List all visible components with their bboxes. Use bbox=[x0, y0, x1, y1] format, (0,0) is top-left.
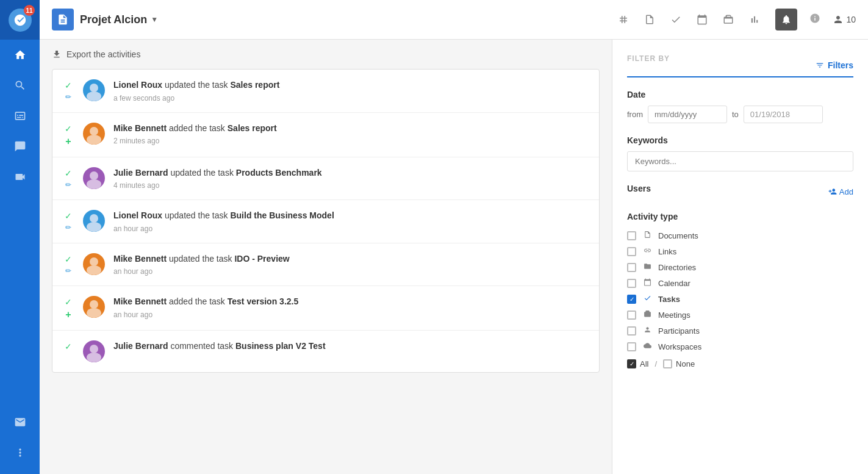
none-label: None bbox=[676, 359, 695, 368]
check-activity-icon: ✓ bbox=[65, 297, 72, 307]
action-text: updated the task bbox=[170, 168, 235, 178]
chart-icon[interactable] bbox=[749, 14, 760, 25]
table-row: ✓ ✏ Julie Bernard upda bbox=[52, 157, 599, 201]
user-name: Julie Bernard bbox=[113, 341, 168, 351]
sidebar-item-contacts[interactable] bbox=[0, 101, 40, 131]
project-chevron-icon: ▼ bbox=[151, 15, 158, 24]
all-checkbox[interactable]: ✓ bbox=[627, 359, 636, 368]
check-activity-icon: ✓ bbox=[65, 124, 72, 134]
sidebar-item-mail[interactable] bbox=[0, 407, 40, 437]
add-label: Add bbox=[839, 187, 853, 196]
check-activity-icon: ✓ bbox=[65, 342, 72, 351]
activity-list: ✓ ✏ Lionel Roux update bbox=[52, 69, 600, 373]
activity-content: Julie Bernard updated the task Products … bbox=[113, 167, 589, 190]
info-icon[interactable] bbox=[809, 13, 820, 27]
activity-text: Mike Bennett updated the task IDO - Prev… bbox=[113, 253, 589, 265]
none-checkbox[interactable] bbox=[663, 359, 672, 368]
tasks-checkbox[interactable]: ✓ bbox=[627, 295, 636, 304]
sidebar: 11 bbox=[0, 0, 40, 474]
table-row: ✓ + Mike Bennett added bbox=[52, 113, 599, 157]
activity-list-container[interactable]: ✓ ✏ Lionel Roux update bbox=[40, 69, 612, 474]
content-area: Export the activities ✓ ✏ bbox=[40, 40, 868, 474]
activity-text: Mike Bennett added the task Sales report bbox=[113, 123, 589, 135]
hash-icon[interactable] bbox=[618, 14, 629, 25]
activity-content: Mike Bennett added the task Test version… bbox=[113, 296, 589, 319]
users-row: Users Add bbox=[627, 184, 853, 199]
sidebar-item-more[interactable] bbox=[0, 437, 40, 468]
workspaces-checkbox[interactable] bbox=[627, 342, 636, 351]
export-label[interactable]: Export the activities bbox=[66, 49, 140, 59]
activity-text: Lionel Roux updated the task Sales repor… bbox=[113, 79, 589, 92]
activity-header: Export the activities bbox=[40, 40, 612, 69]
to-label: to bbox=[732, 110, 739, 119]
activity-icons: ✓ ✏ bbox=[62, 210, 74, 232]
check-icon[interactable] bbox=[670, 14, 681, 25]
sidebar-item-home[interactable] bbox=[0, 40, 40, 70]
task-name: Test version 3.2.5 bbox=[228, 296, 298, 306]
topbar: Projet Alcion ▼ bbox=[40, 0, 868, 40]
avatar bbox=[83, 123, 105, 145]
svg-point-3 bbox=[87, 135, 101, 145]
all-label: All bbox=[640, 359, 648, 368]
filters-button[interactable]: Filters bbox=[816, 60, 853, 70]
date-from-input[interactable] bbox=[648, 106, 727, 123]
user-name: Julie Bernard bbox=[113, 168, 168, 178]
user-count[interactable]: 10 bbox=[833, 14, 856, 25]
briefcase-icon[interactable] bbox=[723, 14, 734, 25]
workspaces-label: Workspaces bbox=[658, 342, 701, 351]
bell-icon[interactable] bbox=[775, 9, 797, 31]
links-checkbox[interactable] bbox=[627, 247, 636, 256]
link-type-icon bbox=[642, 246, 652, 256]
export-icon bbox=[52, 49, 62, 59]
activity-text: Julie Bernard commented task Business pl… bbox=[113, 340, 589, 353]
add-user-button[interactable]: Add bbox=[828, 187, 853, 196]
directories-checkbox[interactable] bbox=[627, 263, 636, 272]
activity-time: an hour ago bbox=[113, 224, 589, 233]
list-item: ✓ Tasks bbox=[627, 291, 853, 307]
activity-text: Lionel Roux updated the task Build the B… bbox=[113, 210, 589, 222]
meetings-label: Meetings bbox=[658, 311, 690, 320]
meetings-checkbox[interactable] bbox=[627, 311, 636, 320]
svg-point-11 bbox=[87, 308, 101, 318]
list-item: Links bbox=[627, 243, 853, 259]
date-label: Date bbox=[627, 90, 853, 99]
avatar bbox=[83, 79, 105, 101]
app-logo[interactable]: 11 bbox=[0, 0, 40, 40]
add-activity-icon: + bbox=[65, 136, 71, 147]
activity-icons: ✓ ✏ bbox=[62, 253, 74, 275]
activity-icons: ✓ ✏ bbox=[62, 167, 74, 189]
calendar-type-icon bbox=[642, 278, 652, 288]
edit-activity-icon: ✏ bbox=[65, 267, 71, 275]
check-activity-icon: ✓ bbox=[65, 254, 72, 264]
project-title[interactable]: Projet Alcion ▼ bbox=[80, 13, 158, 26]
documents-label: Documents bbox=[658, 231, 698, 240]
avatar bbox=[83, 296, 105, 318]
documents-checkbox[interactable] bbox=[627, 231, 636, 240]
user-name: Lionel Roux bbox=[113, 80, 162, 90]
from-label: from bbox=[627, 110, 643, 119]
avatar bbox=[83, 253, 105, 275]
keywords-input[interactable] bbox=[627, 151, 853, 171]
document-icon[interactable] bbox=[644, 14, 655, 25]
date-to-input[interactable] bbox=[744, 106, 823, 123]
participants-checkbox[interactable] bbox=[627, 326, 636, 336]
svg-point-7 bbox=[87, 222, 101, 232]
calendar-icon[interactable] bbox=[697, 14, 708, 25]
svg-point-1 bbox=[87, 92, 101, 101]
sidebar-item-chat[interactable] bbox=[0, 131, 40, 162]
sidebar-item-video[interactable] bbox=[0, 162, 40, 192]
table-row: ✓ + Mike Bennett added bbox=[52, 286, 599, 331]
table-row: ✓ ✏ Lionel Roux update bbox=[52, 70, 599, 113]
directories-label: Directories bbox=[658, 263, 696, 272]
main-area: Projet Alcion ▼ bbox=[40, 0, 868, 474]
activity-content: Mike Bennett updated the task IDO - Prev… bbox=[113, 253, 589, 276]
list-item: Workspaces bbox=[627, 339, 853, 354]
calendar-checkbox[interactable] bbox=[627, 279, 636, 288]
user-name: Mike Bennett bbox=[113, 123, 167, 133]
user-name: Lionel Roux bbox=[113, 210, 162, 220]
activity-time: 4 minutes ago bbox=[113, 181, 589, 190]
notification-badge: 11 bbox=[24, 5, 35, 16]
sidebar-item-search[interactable] bbox=[0, 70, 40, 101]
activity-panel: Export the activities ✓ ✏ bbox=[40, 40, 612, 474]
meetings-type-icon bbox=[642, 310, 652, 320]
